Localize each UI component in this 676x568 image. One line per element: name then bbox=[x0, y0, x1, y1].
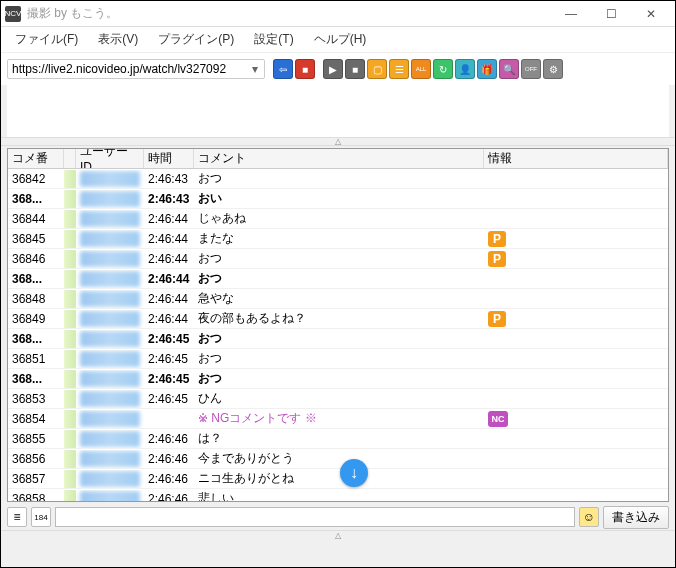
table-row[interactable]: 368...2:46:43おい bbox=[8, 189, 668, 209]
cell-stripe bbox=[64, 410, 76, 428]
col-info[interactable]: 情報 bbox=[484, 149, 668, 168]
cell-stripe bbox=[64, 250, 76, 268]
off-icon[interactable]: OFF bbox=[521, 59, 541, 79]
url-input-wrap[interactable]: ▾ bbox=[7, 59, 265, 79]
table-body[interactable]: 368422:46:43おつ368...2:46:43おい368442:46:4… bbox=[8, 169, 668, 501]
cell-num: 36842 bbox=[8, 171, 64, 187]
collapse-top[interactable]: △ bbox=[1, 137, 675, 146]
table-row[interactable]: 368512:46:45おつ bbox=[8, 349, 668, 369]
cell-num: 36857 bbox=[8, 471, 64, 487]
panel1-icon[interactable]: ▢ bbox=[367, 59, 387, 79]
connect-icon[interactable]: ⇦ bbox=[273, 59, 293, 79]
menu-plugin[interactable]: プラグイン(P) bbox=[152, 29, 240, 50]
table-row[interactable]: 368482:46:44急やな bbox=[8, 289, 668, 309]
table-row[interactable]: 368452:46:44またなP bbox=[8, 229, 668, 249]
cell-comment: 今までありがとう bbox=[194, 449, 484, 468]
record-icon[interactable]: ▶ bbox=[323, 59, 343, 79]
col-user[interactable]: ユーザーID bbox=[76, 149, 144, 168]
gear-icon[interactable]: ⚙ bbox=[543, 59, 563, 79]
cell-comment: おつ bbox=[194, 269, 484, 288]
cell-user bbox=[76, 490, 144, 502]
menu-settings[interactable]: 設定(T) bbox=[248, 29, 299, 50]
ng-badge: NC bbox=[488, 411, 508, 427]
maximize-button[interactable]: ☐ bbox=[591, 2, 631, 26]
close-button[interactable]: ✕ bbox=[631, 2, 671, 26]
menu-help[interactable]: ヘルプ(H) bbox=[308, 29, 373, 50]
all-icon[interactable]: ALL bbox=[411, 59, 431, 79]
cell-stripe bbox=[64, 370, 76, 388]
table-row[interactable]: 368...2:46:45おつ bbox=[8, 369, 668, 389]
cell-stripe bbox=[64, 470, 76, 488]
cell-num: 36856 bbox=[8, 451, 64, 467]
table-row[interactable]: 368572:46:46ニコ生ありがとね bbox=[8, 469, 668, 489]
cell-user bbox=[76, 430, 144, 448]
table-row[interactable]: 368532:46:45ひん bbox=[8, 389, 668, 409]
cell-num: 36844 bbox=[8, 211, 64, 227]
cell-comment: おつ bbox=[194, 349, 484, 368]
cell-time: 2:46:46 bbox=[144, 431, 194, 447]
table-row[interactable]: 368462:46:44おつP bbox=[8, 249, 668, 269]
stop-icon[interactable]: ■ bbox=[345, 59, 365, 79]
cell-user bbox=[76, 470, 144, 488]
menu-view[interactable]: 表示(V) bbox=[92, 29, 144, 50]
cell-num: 36849 bbox=[8, 311, 64, 327]
cell-user bbox=[76, 170, 144, 188]
cell-info: P bbox=[484, 230, 668, 248]
table-row[interactable]: 368492:46:44夜の部もあるよね？P bbox=[8, 309, 668, 329]
cell-comment: 急やな bbox=[194, 289, 484, 308]
list-icon[interactable]: ≡ bbox=[7, 507, 27, 527]
col-num[interactable]: コメ番 bbox=[8, 149, 64, 168]
send-button[interactable]: 書き込み bbox=[603, 506, 669, 529]
cell-info bbox=[484, 358, 668, 360]
cell-info bbox=[484, 478, 668, 480]
collapse-bottom[interactable]: △ bbox=[1, 530, 675, 539]
table-row[interactable]: 368552:46:46は？ bbox=[8, 429, 668, 449]
cell-time: 2:46:43 bbox=[144, 191, 194, 207]
cell-stripe bbox=[64, 290, 76, 308]
scroll-down-button[interactable]: ↓ bbox=[340, 459, 368, 487]
cell-user bbox=[76, 330, 144, 348]
table-row[interactable]: 368422:46:43おつ bbox=[8, 169, 668, 189]
minimize-button[interactable]: — bbox=[551, 2, 591, 26]
premium-badge: P bbox=[488, 231, 506, 247]
table-row[interactable]: 368582:46:46悲しい bbox=[8, 489, 668, 501]
user-icon[interactable]: 👤 bbox=[455, 59, 475, 79]
cell-user bbox=[76, 250, 144, 268]
disconnect-icon[interactable]: ■ bbox=[295, 59, 315, 79]
col-stripe[interactable] bbox=[64, 149, 76, 168]
premium-badge: P bbox=[488, 251, 506, 267]
col-comment[interactable]: コメント bbox=[194, 149, 484, 168]
cell-info bbox=[484, 178, 668, 180]
emoji-icon[interactable]: ☺ bbox=[579, 507, 599, 527]
anon-184-toggle[interactable]: 184 bbox=[31, 507, 51, 527]
cell-comment: おつ bbox=[194, 249, 484, 268]
search-icon[interactable]: 🔍 bbox=[499, 59, 519, 79]
cell-user bbox=[76, 450, 144, 468]
table-row[interactable]: 368...2:46:45おつ bbox=[8, 329, 668, 349]
cell-time: 2:46:46 bbox=[144, 451, 194, 467]
cell-num: 36851 bbox=[8, 351, 64, 367]
cell-num: 36848 bbox=[8, 291, 64, 307]
comment-input[interactable] bbox=[55, 507, 575, 527]
cell-comment: 夜の部もあるよね？ bbox=[194, 309, 484, 328]
gift-icon[interactable]: 🎁 bbox=[477, 59, 497, 79]
reload-icon[interactable]: ↻ bbox=[433, 59, 453, 79]
window-title: 撮影 by もこう。 bbox=[27, 5, 551, 22]
menu-file[interactable]: ファイル(F) bbox=[9, 29, 84, 50]
cell-time bbox=[144, 418, 194, 420]
table-row[interactable]: 368442:46:44じゃあね bbox=[8, 209, 668, 229]
header-spacer bbox=[7, 85, 669, 137]
cell-num: 368... bbox=[8, 371, 64, 387]
cell-comment: は？ bbox=[194, 429, 484, 448]
cell-num: 36855 bbox=[8, 431, 64, 447]
url-dropdown-icon[interactable]: ▾ bbox=[250, 62, 260, 76]
table-header: コメ番 ユーザーID 時間 コメント 情報 bbox=[8, 149, 668, 169]
cell-info: NC bbox=[484, 410, 668, 428]
table-row[interactable]: 36854※ NGコメントです ※NC bbox=[8, 409, 668, 429]
col-time[interactable]: 時間 bbox=[144, 149, 194, 168]
panel2-icon[interactable]: ☰ bbox=[389, 59, 409, 79]
url-input[interactable] bbox=[12, 62, 250, 76]
table-row[interactable]: 368...2:46:44おつ bbox=[8, 269, 668, 289]
table-row[interactable]: 368562:46:46今までありがとう bbox=[8, 449, 668, 469]
comment-input-bar: ≡ 184 ☺ 書き込み bbox=[1, 504, 675, 530]
